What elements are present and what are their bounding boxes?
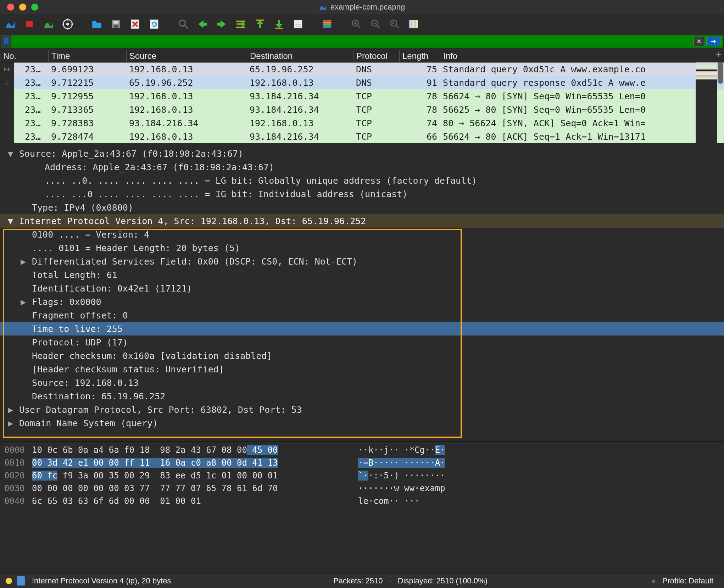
udp-header[interactable]: User Datagram Protocol, Src Port: 63802,…	[19, 405, 302, 415]
bytes-row[interactable]: 002060 fc f9 3a 00 35 00 29 83 ee d5 1c …	[0, 469, 724, 482]
svg-point-12	[179, 20, 185, 26]
minimize-button[interactable]	[19, 4, 26, 11]
restart-capture-icon[interactable]	[40, 16, 57, 32]
ipv4-header[interactable]: Internet Protocol Version 4, Src: 192.16…	[19, 216, 366, 226]
status-field: Internet Protocol Version 4 (ip), 20 byt…	[32, 576, 171, 586]
window-title: example-com.pcapng	[330, 2, 405, 12]
window-controls	[7, 4, 38, 11]
column-info[interactable]: Info	[440, 50, 724, 62]
packet-details-pane[interactable]: ▼Source: Apple_2a:43:67 (f0:18:98:2a:43:…	[0, 143, 724, 441]
capture-file-icon[interactable]	[17, 576, 25, 586]
display-filter-input[interactable]	[11, 35, 723, 48]
svg-line-31	[377, 26, 379, 28]
column-length[interactable]: Length	[399, 50, 440, 62]
svg-rect-25	[323, 26, 332, 27]
column-destination[interactable]: Destination	[247, 50, 353, 62]
filter-bookmark-icon[interactable]	[1, 35, 11, 48]
packet-row[interactable]: 23…9.728474192.168.0.1393.184.216.34TCP6…	[0, 130, 724, 143]
eth-source[interactable]: Source: Apple_2a:43:67 (f0:18:98:2a:43:6…	[19, 149, 243, 159]
packet-row[interactable]: 23…9.713365192.168.0.1393.184.216.34TCP7…	[0, 103, 724, 116]
svg-rect-24	[323, 24, 332, 26]
go-back-icon[interactable]	[194, 16, 211, 32]
wireshark-icon	[319, 3, 327, 11]
packet-bytes-pane[interactable]: 000010 0c 6b 0a a4 6a f0 18 98 2a 43 67 …	[0, 441, 724, 522]
auto-scroll-icon[interactable]	[290, 16, 306, 32]
svg-rect-8	[113, 21, 118, 23]
eth-address[interactable]: Address: Apple_2a:43:67 (f0:18:98:2a:43:…	[45, 162, 274, 172]
ipv4-totlen[interactable]: Total Length: 61	[32, 270, 117, 280]
filter-bar: ✕ ➔	[1, 35, 723, 48]
open-file-icon[interactable]	[89, 16, 105, 32]
go-to-last-icon[interactable]	[271, 16, 287, 32]
toolbar: =	[0, 14, 724, 34]
ipv4-cksum[interactable]: Header checksum: 0x160a [validation disa…	[32, 351, 272, 361]
column-source[interactable]: Source	[126, 50, 247, 62]
bytes-row[interactable]: 003000 00 00 00 00 00 03 77 77 77 07 65 …	[0, 482, 724, 495]
expert-info-icon[interactable]	[6, 578, 12, 584]
apply-filter-icon[interactable]: ➔	[706, 37, 720, 46]
find-packet-icon[interactable]	[175, 16, 191, 32]
svg-line-27	[358, 26, 360, 28]
eth-igbit[interactable]: .... ...0 .... .... .... .... = IG bit: …	[45, 189, 408, 199]
column-protocol[interactable]: Protocol	[353, 50, 399, 62]
ipv4-proto[interactable]: Protocol: UDP (17)	[32, 337, 128, 348]
svg-rect-37	[412, 20, 415, 28]
svg-rect-22	[323, 20, 332, 21]
eth-lgbit[interactable]: .... ..0. .... .... .... .... = LG bit: …	[45, 176, 477, 186]
zoom-reset-icon[interactable]: =	[386, 16, 403, 32]
packet-row[interactable]: 23…9.72838393.184.216.34192.168.0.13TCP7…	[0, 116, 724, 130]
status-profile[interactable]: Profile: Default	[662, 576, 713, 586]
packet-list-header: No. Time Source Destination Protocol Len…	[0, 50, 724, 62]
svg-line-13	[185, 26, 188, 29]
svg-rect-14	[236, 21, 245, 22]
packet-list-scrollbar[interactable]	[718, 62, 723, 84]
shark-fin-icon[interactable]	[2, 16, 18, 32]
titlebar: example-com.pcapng	[0, 0, 724, 14]
ipv4-src[interactable]: Source: 192.168.0.13	[32, 378, 139, 388]
capture-options-icon[interactable]	[60, 16, 76, 32]
packet-list[interactable]: ↦ ⊥ 23…9.699123192.168.0.1365.19.96.252D…	[0, 62, 724, 143]
svg-rect-38	[415, 20, 418, 28]
zoom-out-icon[interactable]	[367, 16, 384, 32]
ipv4-hlen[interactable]: .... 0101 = Header Length: 20 bytes (5)	[32, 243, 240, 253]
resize-columns-icon[interactable]	[406, 16, 422, 32]
svg-rect-9	[114, 25, 118, 27]
packet-row[interactable]: 23…9.712955192.168.0.1393.184.216.34TCP7…	[0, 89, 724, 103]
zoom-in-icon[interactable]	[348, 16, 364, 32]
close-file-icon[interactable]	[127, 16, 143, 32]
packet-cursor-icon: ⊥	[4, 78, 10, 87]
close-button[interactable]	[7, 4, 14, 11]
colorize-icon[interactable]	[319, 16, 335, 32]
bytes-row[interactable]: 00406c 65 03 63 6f 6d 00 00 01 00 01le·c…	[0, 495, 724, 507]
ipv4-cksumstat[interactable]: [Header checksum status: Unverified]	[32, 364, 224, 375]
column-no[interactable]: No.	[0, 50, 48, 62]
column-time[interactable]: Time	[48, 50, 126, 62]
svg-rect-17	[275, 27, 283, 28]
packet-arrow-icon: ↦	[4, 65, 10, 74]
svg-rect-23	[323, 22, 332, 23]
bytes-row[interactable]: 001000 3d 42 e1 00 00 ff 11 16 0a c0 a8 …	[0, 456, 724, 469]
packet-minimap[interactable]	[696, 62, 717, 143]
stop-capture-icon[interactable]	[21, 16, 38, 32]
packet-row[interactable]: 23…9.71221565.19.96.252192.168.0.13DNS91…	[0, 76, 724, 89]
maximize-button[interactable]	[31, 4, 38, 11]
ipv4-ident[interactable]: Identification: 0x42e1 (17121)	[32, 283, 192, 294]
clear-filter-icon[interactable]: ✕	[694, 37, 704, 46]
go-to-packet-icon[interactable]	[233, 16, 249, 32]
packet-row[interactable]: 23…9.699123192.168.0.1365.19.96.252DNS75…	[0, 62, 724, 76]
ipv4-dst[interactable]: Destination: 65.19.96.252	[32, 391, 165, 401]
dns-header[interactable]: Domain Name System (query)	[19, 418, 158, 428]
ipv4-ttl[interactable]: Time to live: 255	[32, 324, 123, 334]
svg-point-2	[66, 22, 69, 26]
reload-file-icon[interactable]	[146, 16, 162, 32]
ipv4-fragoff[interactable]: Fragment offset: 0	[32, 310, 128, 321]
go-to-first-icon[interactable]	[252, 16, 268, 32]
ipv4-flags[interactable]: Flags: 0x0000	[32, 297, 101, 307]
go-forward-icon[interactable]	[213, 16, 230, 32]
svg-rect-0	[26, 21, 33, 28]
eth-type[interactable]: Type: IPv4 (0x0800)	[32, 203, 133, 213]
ipv4-dsf[interactable]: Differentiated Services Field: 0x00 (DSC…	[32, 256, 357, 267]
save-file-icon[interactable]	[108, 16, 124, 32]
bytes-row[interactable]: 000010 0c 6b 0a a4 6a f0 18 98 2a 43 67 …	[0, 444, 724, 456]
ipv4-version[interactable]: 0100 .... = Version: 4	[32, 229, 149, 240]
